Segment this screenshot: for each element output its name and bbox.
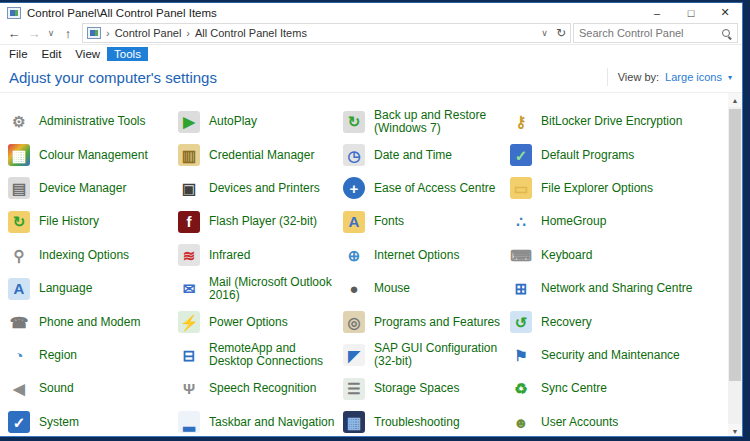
control-panel-item[interactable]: ⚙ Administrative Tools bbox=[8, 105, 178, 138]
colour-management-icon: ▦ bbox=[8, 144, 30, 166]
recovery-icon: ↺ bbox=[510, 311, 532, 333]
maximize-button[interactable]: □ bbox=[674, 3, 708, 22]
page-title: Adjust your computer's settings bbox=[9, 69, 217, 86]
item-label: AutoPlay bbox=[209, 115, 257, 128]
scroll-up-icon[interactable]: ▲ bbox=[728, 93, 742, 107]
item-label: Power Options bbox=[209, 316, 288, 329]
default-programs-icon: ✓ bbox=[510, 144, 532, 166]
control-panel-item[interactable]: ⊟ RemoteApp and Desktop Connections bbox=[178, 339, 343, 372]
breadcrumb-control-panel[interactable]: Control Panel bbox=[115, 27, 182, 39]
control-panel-item[interactable]: ↻ Back up and Restore (Windows 7) bbox=[343, 105, 510, 138]
control-panel-item[interactable]: ⚡ Power Options bbox=[178, 305, 343, 338]
menu-edit[interactable]: Edit bbox=[35, 47, 69, 61]
control-panel-item[interactable]: ◷ Date and Time bbox=[343, 138, 510, 171]
sync-centre-icon: ♻ bbox=[510, 378, 532, 400]
menu-tools[interactable]: Tools bbox=[107, 47, 148, 61]
control-panel-item[interactable]: ⚷ BitLocker Drive Encryption bbox=[510, 105, 728, 138]
items-grid: ⚙ Administrative Tools ▶ AutoPlay ↻ Back… bbox=[0, 93, 728, 437]
control-panel-item[interactable]: ♻ Sync Centre bbox=[510, 372, 728, 405]
file-explorer-options-icon: ▭ bbox=[510, 177, 532, 199]
breadcrumb-separator: › bbox=[106, 27, 110, 39]
control-panel-item[interactable]: ⊕ Internet Options bbox=[343, 239, 510, 272]
vertical-scrollbar[interactable]: ▲ ▼ bbox=[728, 93, 742, 437]
mouse-icon: ● bbox=[343, 278, 365, 300]
item-label: BitLocker Drive Encryption bbox=[541, 115, 682, 128]
control-panel-item[interactable]: A Language bbox=[8, 272, 178, 305]
control-panel-item[interactable]: ✓ Default Programs bbox=[510, 138, 728, 171]
control-panel-item[interactable]: ☻ User Accounts bbox=[510, 406, 728, 437]
item-label: Fonts bbox=[374, 215, 404, 228]
control-panel-item[interactable]: ⚲ Indexing Options bbox=[8, 239, 178, 272]
control-panel-item[interactable]: ▶ AutoPlay bbox=[178, 105, 343, 138]
item-label: Mail (Microsoft Outlook 2016) bbox=[209, 276, 343, 302]
search-box[interactable] bbox=[573, 23, 738, 43]
control-panel-item[interactable]: ◀ Sound bbox=[8, 372, 178, 405]
breadcrumb-all-control-panel-items[interactable]: All Control Panel Items bbox=[195, 27, 307, 39]
control-panel-item[interactable]: ◎ Programs and Features bbox=[343, 305, 510, 338]
history-dropdown-icon[interactable]: ∨ bbox=[44, 28, 58, 38]
devices-and-printers-icon: ▣ bbox=[178, 177, 200, 199]
date-and-time-icon: ◷ bbox=[343, 144, 365, 166]
control-panel-item[interactable]: A Fonts bbox=[343, 205, 510, 238]
menu-file[interactable]: File bbox=[2, 47, 35, 61]
item-label: Device Manager bbox=[39, 182, 126, 195]
control-panel-item[interactable]: + Ease of Access Centre bbox=[343, 172, 510, 205]
control-panel-item[interactable]: ◔ Region bbox=[8, 339, 178, 372]
address-dropdown-icon[interactable]: ∨ bbox=[541, 28, 548, 38]
control-panel-item[interactable]: ▦ Troubleshooting bbox=[343, 406, 510, 437]
control-panel-item[interactable]: ▦ Colour Management bbox=[8, 138, 178, 171]
control-panel-item[interactable]: ↻ File History bbox=[8, 205, 178, 238]
control-panel-item[interactable]: ▂ Taskbar and Navigation bbox=[178, 406, 343, 437]
view-by-value[interactable]: Large icons bbox=[665, 71, 722, 83]
close-button[interactable]: ✕ bbox=[708, 3, 742, 22]
taskbar-and-navigation-icon: ▂ bbox=[178, 411, 200, 433]
control-panel-item[interactable]: ◤ SAP GUI Configuration (32-bit) bbox=[343, 339, 510, 372]
view-by-caret-icon[interactable]: ▾ bbox=[728, 73, 732, 82]
control-panel-item[interactable]: ▭ File Explorer Options bbox=[510, 172, 728, 205]
region-icon: ◔ bbox=[8, 344, 30, 366]
control-panel-item[interactable]: ● Mouse bbox=[343, 272, 510, 305]
menu-bar: FileEditViewTools bbox=[0, 45, 742, 62]
bitlocker-drive-encryption-icon: ⚷ bbox=[510, 111, 532, 133]
item-label: Administrative Tools bbox=[39, 115, 146, 128]
file-history-icon: ↻ bbox=[8, 211, 30, 233]
control-panel-item[interactable]: ☰ Storage Spaces bbox=[343, 372, 510, 405]
troubleshooting-icon: ▦ bbox=[343, 411, 365, 433]
view-by-control: View by: Large icons ▾ bbox=[607, 68, 732, 86]
control-panel-item[interactable]: ✓ System bbox=[8, 406, 178, 437]
address-bar[interactable]: › Control Panel › All Control Panel Item… bbox=[82, 23, 571, 43]
control-panel-item[interactable]: ▤ Device Manager bbox=[8, 172, 178, 205]
control-panel-item[interactable]: ∴ HomeGroup bbox=[510, 205, 728, 238]
item-label: Default Programs bbox=[541, 149, 634, 162]
control-panel-item[interactable]: ⊞ Network and Sharing Centre bbox=[510, 272, 728, 305]
refresh-icon[interactable]: ↻ bbox=[556, 26, 566, 40]
search-input[interactable] bbox=[579, 27, 721, 39]
up-button[interactable]: ↑ bbox=[58, 26, 78, 41]
control-panel-item[interactable]: f Flash Player (32-bit) bbox=[178, 205, 343, 238]
scrollbar-thumb[interactable] bbox=[729, 109, 741, 381]
forward-button[interactable]: → bbox=[24, 26, 44, 41]
scroll-down-icon[interactable]: ▼ bbox=[728, 424, 742, 437]
title-bar[interactable]: Control Panel\All Control Panel Items – … bbox=[0, 3, 742, 22]
control-panel-item[interactable]: Ψ Speech Recognition bbox=[178, 372, 343, 405]
control-panel-item[interactable]: ✉ Mail (Microsoft Outlook 2016) bbox=[178, 272, 343, 305]
window-title: Control Panel\All Control Panel Items bbox=[27, 7, 217, 19]
control-panel-item[interactable]: ▥ Credential Manager bbox=[178, 138, 343, 171]
back-button[interactable]: ← bbox=[4, 26, 24, 41]
mail-microsoft-outlook-2016-icon: ✉ bbox=[178, 278, 200, 300]
control-panel-item[interactable]: ☎ Phone and Modem bbox=[8, 305, 178, 338]
item-label: Language bbox=[39, 282, 92, 295]
credential-manager-icon: ▥ bbox=[178, 144, 200, 166]
control-panel-item[interactable]: ▣ Devices and Printers bbox=[178, 172, 343, 205]
item-label: Security and Maintenance bbox=[541, 349, 680, 362]
item-label: Colour Management bbox=[39, 149, 148, 162]
item-label: File History bbox=[39, 215, 99, 228]
control-panel-item[interactable]: ↺ Recovery bbox=[510, 305, 728, 338]
control-panel-item[interactable]: ⌨ Keyboard bbox=[510, 239, 728, 272]
power-options-icon: ⚡ bbox=[178, 311, 200, 333]
menu-view[interactable]: View bbox=[68, 47, 107, 61]
control-panel-item[interactable]: ⚑ Security and Maintenance bbox=[510, 339, 728, 372]
minimize-button[interactable]: – bbox=[640, 3, 674, 22]
control-panel-item[interactable]: ≋ Infrared bbox=[178, 239, 343, 272]
navigation-toolbar: ← → ∨ ↑ › Control Panel › All Control Pa… bbox=[0, 22, 742, 45]
